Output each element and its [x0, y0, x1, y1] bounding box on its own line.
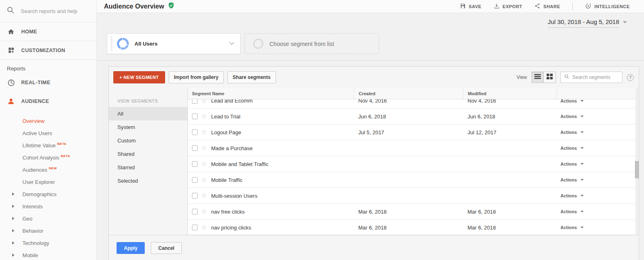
actions-dropdown[interactable]: Actions [557, 177, 636, 182]
apply-button[interactable]: Apply [117, 242, 145, 254]
cancel-button[interactable]: Cancel [151, 242, 181, 254]
sidebar-item-audience[interactable]: AUDIENCE [0, 92, 96, 111]
search-segments-input[interactable] [572, 74, 618, 80]
view-segments-title: VIEW SEGMENTS [109, 88, 187, 107]
column-modified[interactable]: Modified [463, 88, 557, 99]
chevron-down-icon[interactable] [229, 40, 234, 45]
actions-dropdown[interactable]: Actions [557, 162, 636, 166]
actions-dropdown[interactable]: Actions [557, 99, 636, 103]
actions-dropdown[interactable]: Actions [557, 130, 636, 135]
filter-shared[interactable]: Shared [109, 147, 187, 161]
sidebar-search-input[interactable] [21, 8, 91, 14]
column-actions [557, 88, 636, 99]
star-icon[interactable]: ☆ [200, 224, 209, 231]
row-checkbox[interactable] [192, 225, 198, 230]
actions-dropdown[interactable]: Actions [557, 114, 636, 119]
actions-dropdown[interactable]: Actions [557, 209, 636, 214]
sidebar-item-label: Geo [22, 216, 33, 222]
sidebar-item-behavior[interactable]: Behavior [0, 225, 96, 237]
filter-selected[interactable]: Selected [109, 174, 187, 188]
column-created[interactable]: Created [354, 88, 463, 99]
star-icon[interactable]: ☆ [200, 192, 209, 199]
new-segment-button[interactable]: + NEW SEGMENT [113, 71, 165, 83]
sidebar-item-user-explorer[interactable]: User Explorer [0, 176, 96, 188]
share-button[interactable]: SHARE [534, 3, 560, 10]
sidebar-item-lifetime-value[interactable]: Lifetime ValueBETA [0, 139, 96, 151]
sidebar-item-home[interactable]: HOME [0, 22, 96, 41]
star-icon[interactable]: ☆ [200, 161, 209, 167]
filter-system[interactable]: System [109, 120, 187, 134]
table-row[interactable]: ☆ Multi-session Users Actions [188, 188, 636, 204]
star-icon[interactable]: ☆ [200, 113, 209, 120]
help-icon[interactable]: ? [627, 74, 634, 81]
table-row[interactable]: ☆ Lead and Ecomm Nov 4, 2016 Nov 4, 2016… [188, 99, 636, 109]
drag-handle-icon[interactable] [110, 37, 112, 51]
sidebar-item-realtime[interactable]: REAL-TIME [0, 73, 96, 92]
beta-badge: BETA [57, 142, 66, 146]
sidebar: HOME CUSTOMIZATION Reports REAL-TIME AUD… [0, 0, 97, 260]
sidebar-item-label: Lifetime Value [22, 142, 55, 149]
table-row[interactable]: ☆ Mobile and Tablet Traffic Actions [188, 156, 636, 172]
actions-dropdown[interactable]: Actions [557, 225, 636, 230]
table-row[interactable]: ☆ Made a Purchase Actions [188, 140, 636, 156]
sidebar-item-geo[interactable]: Geo [0, 212, 96, 225]
sidebar-search[interactable] [0, 0, 96, 22]
table-row[interactable]: ☆ Lead to Trial Jun 6, 2018 Jun 6, 2018 … [188, 109, 636, 125]
filter-starred[interactable]: Starred [109, 161, 187, 174]
sidebar-item-customization[interactable]: CUSTOMIZATION [0, 41, 96, 60]
star-icon[interactable]: ☆ [200, 99, 209, 104]
column-segment-name[interactable]: Segment Name [188, 88, 354, 99]
row-checkbox[interactable] [192, 145, 198, 151]
share-segments-button[interactable]: Share segments [227, 71, 276, 83]
table-row[interactable]: ☆ Logout Page Jul 5, 2017 Jul 12, 2017 A… [188, 125, 636, 140]
list-view-button[interactable] [532, 72, 544, 83]
search-segments-box[interactable] [560, 72, 622, 83]
sidebar-item-overview[interactable]: Overview [0, 115, 96, 127]
actions-dropdown[interactable]: Actions [557, 193, 636, 198]
created-date: Mar 6, 2018 [354, 209, 463, 215]
filter-all[interactable]: All [109, 107, 187, 120]
row-checkbox[interactable] [192, 99, 198, 104]
expand-arrow-icon [12, 217, 14, 220]
sidebar-item-technology[interactable]: Technology [0, 237, 96, 249]
table-row[interactable]: ☆ Mobile Traffic Actions [188, 172, 636, 188]
sidebar-item-label: Demographics [22, 191, 57, 197]
date-range-picker[interactable]: Jul 30, 2018 - Aug 5, 2018 [548, 18, 627, 28]
row-checkbox[interactable] [192, 209, 198, 214]
sidebar-item-label: Audiences [22, 167, 47, 173]
star-icon[interactable]: ☆ [200, 177, 209, 183]
star-icon[interactable]: ☆ [200, 129, 209, 135]
sidebar-item-demographics[interactable]: Demographics [0, 188, 96, 200]
segment-footer: Apply Cancel [109, 235, 639, 260]
row-checkbox[interactable] [192, 129, 198, 135]
actions-label: Actions [560, 209, 577, 214]
expand-arrow-icon [12, 253, 14, 257]
row-checkbox[interactable] [192, 114, 198, 119]
import-from-gallery-button[interactable]: Import from gallery [169, 71, 224, 83]
created-date: Jul 5, 2017 [354, 129, 463, 135]
sidebar-item-mobile[interactable]: Mobile [0, 249, 96, 260]
sidebar-item-audiences[interactable]: AudiencesNEW [0, 164, 96, 176]
grid-view-button[interactable] [544, 72, 556, 83]
row-checkbox[interactable] [192, 161, 198, 167]
table-row[interactable]: ☆ nav free clicks Mar 6, 2018 Mar 6, 201… [188, 204, 636, 220]
export-button[interactable]: EXPORT [494, 3, 522, 10]
save-button[interactable]: SAVE [460, 3, 481, 10]
expand-arrow-icon [12, 241, 14, 245]
star-icon[interactable]: ☆ [200, 145, 209, 151]
choose-segment-card[interactable]: Choose segment from list [245, 33, 379, 54]
scrollbar-thumb[interactable] [635, 161, 639, 178]
actions-caret-icon [580, 131, 584, 133]
actions-dropdown[interactable]: Actions [557, 146, 636, 151]
row-checkbox[interactable] [192, 177, 198, 183]
intelligence-button[interactable]: INTELLIGENCE [585, 3, 630, 10]
table-row[interactable]: ☆ nav pricing clicks Mar 6, 2018 Mar 6, … [188, 220, 636, 236]
actions-caret-icon [580, 211, 584, 212]
selected-segment-card[interactable]: All Users [107, 33, 240, 54]
sidebar-item-cohort-analysis[interactable]: Cohort AnalysisBETA [0, 151, 96, 164]
filter-custom[interactable]: Custom [109, 134, 187, 147]
star-icon[interactable]: ☆ [200, 208, 209, 215]
sidebar-item-active-users[interactable]: Active Users [0, 127, 96, 139]
sidebar-item-interests[interactable]: Interests [0, 200, 96, 212]
row-checkbox[interactable] [192, 193, 198, 199]
